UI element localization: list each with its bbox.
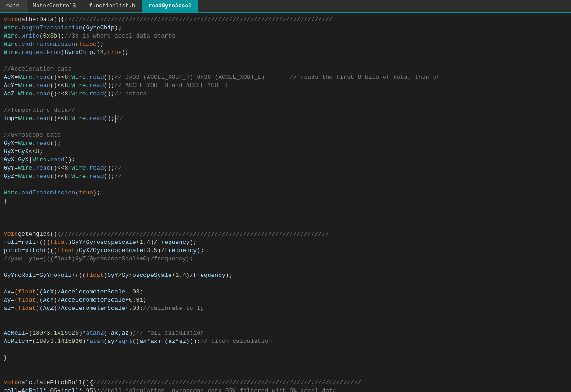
tab-main[interactable]: main [0,0,27,12]
code-line: Wire.endTransmission(true); [0,189,571,197]
code-line: //Acceleration data [0,65,571,73]
code-line: void calculatePitchRoll(){//////////////… [0,379,571,387]
code-line: az= (float)(AcZ)/AccelerometerScale+.08;… [0,304,571,313]
code-line [0,205,571,214]
code-line: GyX=Wire.read(); [0,139,571,148]
code-line: void getAngles(){ //////////////////////… [0,230,571,238]
code-line: } [0,197,571,205]
code-line: AcY=Wire.read()<<8|Wire.read(); // ACCEL… [0,82,571,90]
editor-container: main MotorControl$ functionlist.h readGy… [0,0,571,392]
code-line: Wire.beginTransmission(GyroChip); [0,24,571,32]
code-line: roll= roll+ (((float)GyY/GyroscopeScale+… [0,238,571,247]
code-line [0,214,571,222]
code-line [0,362,571,370]
code-line: AcZ=Wire.read()<<8|Wire.read(); // ecter… [0,90,571,98]
code-line: GyYnoRoll=GyYnoRoll+(((float)GyY/Gyrosco… [0,271,571,280]
code-line: pitch= pitch+(((float)GyX/GyroscopeScale… [0,247,571,255]
code-line: Tmp=Wire.read()<<8|Wire.read(); // [0,115,571,123]
code-line [0,181,571,189]
tab-bar: main MotorControl$ functionlist.h readGy… [0,0,571,13]
code-line: void gatherData(){ /////////////////////… [0,16,571,24]
code-line: ax= (float)(AcX)/AccelerometerScale-.03; [0,288,571,296]
code-line [0,280,571,288]
code-editor[interactable]: void gatherData(){ /////////////////////… [0,13,571,392]
code-line: GyX=GyX|Wire.read(); [0,156,571,164]
code-line: Wire.endTransmission(false); [0,40,571,49]
code-line: Wire.write(0x3b); //3b is where accel da… [0,32,571,40]
code-line: GyX=GyX<<8; [0,148,571,156]
code-line [0,321,571,329]
code-line: Wire.requestFrom(GyroChip,14, true); [0,49,571,57]
code-line: AcPitch= (180/3.1415926)*atan(ay/sqrt((a… [0,337,571,346]
tab-readgyro[interactable]: readGyroAccel [142,0,198,12]
tab-motorcontrol[interactable]: MotorControl$ [27,0,83,12]
code-line: //yaw= yaw+(((float)GyZ/GyroscopeScale+0… [0,255,571,263]
code-line: AcRoll= (180/3.1415926)*atan2(-ax,az); /… [0,329,571,337]
code-line [0,346,571,354]
tab-functionlist[interactable]: functionlist.h [82,0,142,12]
code-line [0,263,571,271]
code-line [0,313,571,321]
code-line: //Gyroscope data [0,131,571,139]
code-line [0,370,571,379]
code-line: } [0,354,571,362]
code-line: GyY=Wire.read()<<8|Wire.read(); // [0,164,571,172]
code-line: GyZ=Wire.read()<<8|Wire.read(); // [0,172,571,181]
code-line: ay= (float)(AcY)/AccelerometerScale+0.01… [0,296,571,304]
code-line [0,222,571,230]
code-line [0,98,571,106]
code-line: AcX=Wire.read()<<8|Wire.read(); // 0x3B … [0,73,571,82]
code-line: //Temperature data// [0,106,571,115]
code-line [0,57,571,65]
code-line: roll= AcRoll*.05+(roll*.95); //roll calc… [0,387,571,392]
code-line [0,123,571,131]
